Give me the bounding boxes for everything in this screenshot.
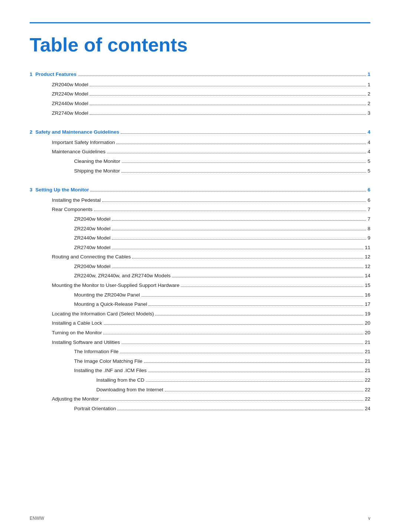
- section-label: Safety and Maintenance Guidelines: [36, 128, 120, 136]
- footer: ENWW v: [30, 516, 370, 521]
- toc-row: ZR2440w Model9: [30, 234, 370, 242]
- toc-row: Rear Components7: [30, 205, 370, 214]
- toc-item-page: 14: [365, 272, 370, 280]
- toc-item-label: ZR2440w Model: [74, 234, 110, 242]
- toc-dots: [181, 287, 363, 287]
- section-page: 1: [367, 70, 370, 78]
- toc-item-label: Cleaning the Monitor: [74, 157, 120, 165]
- page-title: Table of contents: [30, 34, 370, 56]
- toc-row: ZR2240w Model8: [30, 225, 370, 233]
- toc-row: Installing from the CD22: [30, 376, 370, 384]
- toc-item-label: Important Safety Information: [52, 138, 115, 147]
- toc-item-page: 21: [365, 367, 370, 375]
- toc-item-label: Installing the .INF and .ICM Files: [74, 367, 147, 375]
- toc-row: Cleaning the Monitor5: [30, 157, 370, 165]
- toc-section: 1Product Features1ZR2040w Model1ZR2240w …: [30, 70, 370, 117]
- toc-dots: [90, 86, 366, 86]
- toc-row: Installing Software and Utilities21: [30, 338, 370, 347]
- toc-item-label: ZR2740w Model: [52, 109, 88, 117]
- toc-dots: [103, 334, 363, 334]
- toc-item-page: 19: [365, 310, 370, 318]
- toc-item-page: 6: [367, 196, 370, 204]
- toc-item-label: ZR2040w Model: [52, 81, 88, 89]
- toc-item-label: Rear Components: [52, 205, 93, 214]
- toc-dots: [141, 296, 363, 297]
- toc-item-label: ZR2040w Model: [74, 262, 110, 271]
- toc-row: Routing and Connecting the Cables12: [30, 253, 370, 261]
- toc-row: ZR2040w Model12: [30, 262, 370, 271]
- toc-dots: [121, 133, 366, 134]
- section-label: Product Features: [36, 70, 77, 78]
- toc-item-page: 7: [367, 215, 370, 223]
- toc-item-page: 16: [365, 291, 370, 299]
- toc-row: ZR2740w Model11: [30, 244, 370, 252]
- toc-dots: [90, 95, 366, 96]
- toc-row: ZR2740w Model3: [30, 109, 370, 117]
- toc-item-page: 8: [367, 225, 370, 233]
- footer-left: ENWW: [30, 516, 44, 521]
- toc-item-label: ZR2240w, ZR2440w, and ZR2740w Models: [74, 272, 170, 280]
- toc-item-page: 3: [367, 109, 370, 117]
- toc-container: 1Product Features1ZR2040w Model1ZR2240w …: [30, 70, 370, 412]
- toc-dots: [102, 201, 366, 202]
- toc-dots: [112, 268, 363, 268]
- toc-item-page: 24: [365, 405, 370, 413]
- toc-item-page: 21: [365, 357, 370, 365]
- toc-dots: [121, 172, 366, 173]
- toc-row: The Image Color Matching File21: [30, 357, 370, 365]
- toc-item-label: ZR2040w Model: [74, 215, 110, 223]
- toc-dots: [144, 362, 363, 363]
- toc-item-label: Mounting a Quick-Release Panel: [74, 300, 147, 308]
- toc-dots: [112, 230, 366, 230]
- toc-item-label: Downloading from the Internet: [96, 386, 163, 394]
- toc-item-page: 4: [367, 148, 370, 156]
- toc-item-page: 2: [367, 90, 370, 98]
- toc-row: Installing the .INF and .ICM Files21: [30, 367, 370, 375]
- toc-row: Mounting the ZR2040w Panel16: [30, 291, 370, 299]
- toc-row: ZR2040w Model7: [30, 215, 370, 223]
- toc-row: Mounting a Quick-Release Panel17: [30, 300, 370, 308]
- toc-item-page: 22: [365, 376, 370, 384]
- toc-item-page: 4: [367, 138, 370, 147]
- toc-item-label: The Information File: [74, 348, 119, 356]
- section-label: Setting Up the Monitor: [36, 186, 89, 194]
- toc-row: ZR2040w Model1: [30, 81, 370, 89]
- toc-row: Installing a Cable Lock20: [30, 319, 370, 327]
- toc-item-label: Installing Software and Utilities: [52, 338, 120, 347]
- toc-item-page: 1: [367, 81, 370, 89]
- toc-row: Adjusting the Monitor22: [30, 395, 370, 403]
- section-number: 1: [30, 70, 33, 78]
- toc-dots: [172, 277, 363, 277]
- toc-item-page: 2: [367, 100, 370, 108]
- toc-dots: [112, 220, 366, 221]
- toc-item-page: 5: [367, 157, 370, 165]
- toc-item-label: The Image Color Matching File: [74, 357, 143, 365]
- section-number: 3: [30, 186, 33, 194]
- toc-item-label: Shipping the Monitor: [74, 167, 120, 175]
- toc-section-header: 1Product Features1: [30, 70, 370, 78]
- toc-dots: [90, 105, 366, 105]
- toc-dots: [112, 239, 366, 240]
- toc-item-label: Turning on the Monitor: [52, 329, 102, 337]
- toc-dots: [94, 211, 366, 211]
- toc-section: 3Setting Up the Monitor6Installing the P…: [30, 186, 370, 412]
- toc-item-label: ZR2240w Model: [74, 225, 110, 233]
- toc-dots: [90, 114, 366, 115]
- section-number: 2: [30, 128, 33, 136]
- toc-item-page: 20: [365, 319, 370, 327]
- toc-row: Maintenance Guidelines4: [30, 148, 370, 156]
- toc-dots: [116, 144, 366, 144]
- toc-dots: [78, 76, 366, 76]
- toc-dots: [121, 344, 363, 344]
- toc-dots: [149, 305, 363, 306]
- toc-dots: [112, 249, 363, 249]
- toc-row: ZR2440w Model2: [30, 100, 370, 108]
- toc-dots: [148, 372, 363, 372]
- toc-row: Turning on the Monitor20: [30, 329, 370, 337]
- footer-right: v: [368, 516, 370, 521]
- toc-dots: [165, 391, 363, 391]
- toc-item-page: 7: [367, 205, 370, 214]
- toc-row: ZR2240w Model2: [30, 90, 370, 98]
- toc-item-page: 22: [365, 395, 370, 403]
- toc-dots: [107, 153, 366, 153]
